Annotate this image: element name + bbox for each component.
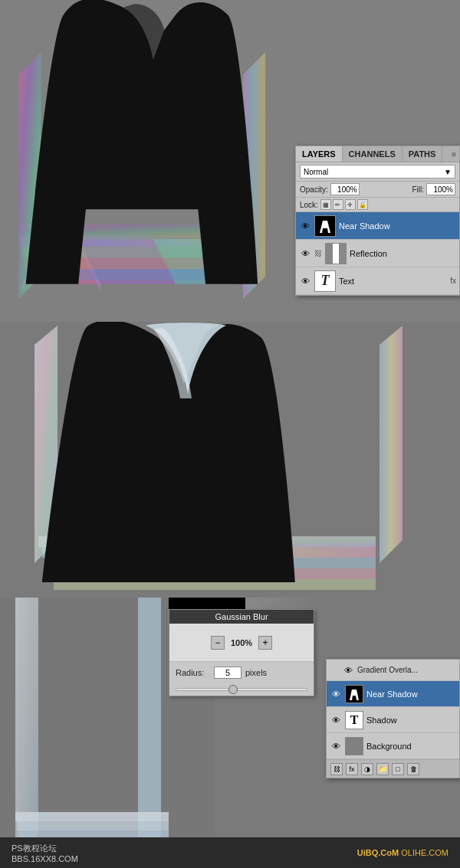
layers-panel-bottom: 👁 Gradient Overla... 👁 Near Shadow 👁 T S… [326,659,460,778]
blend-mode-dropdown[interactable]: Normal ▼ [300,165,455,179]
blur-slider-track [176,688,307,691]
svg-rect-17 [15,812,169,821]
watermark-line2: BBS.16XX8.COM [12,854,78,863]
adjustment-icon[interactable]: ◑ [361,763,373,775]
layer-eye-shadow[interactable]: 👁 [330,714,342,726]
blur-radius-unit: pixels [245,668,267,677]
svg-marker-13 [380,326,402,563]
svg-rect-18 [17,821,169,830]
layer-name-text: Text [339,277,447,286]
watermark-right: UiBQ.CoM OLIHE.COM [357,848,449,857]
layer-row-background[interactable]: 👁 Background [327,733,459,759]
layer-row-reflection[interactable]: 👁 ⛓ Reflection [296,240,459,267]
panel-footer: ⛓ fx ◑ 📁 □ 🗑 [327,759,459,778]
fill-label: Fill: [412,185,424,194]
blend-mode-row: Normal ▼ [296,162,459,182]
layer-row-text[interactable]: 👁 T Text fx [296,267,459,295]
fx-icon[interactable]: fx [346,763,358,775]
tab-channels[interactable]: CHANNELS [343,146,402,162]
blur-radius-input[interactable] [214,667,242,679]
layer-link-reflection: ⛓ [314,249,322,257]
group-icon[interactable]: 📁 [376,763,389,775]
fx-badge-text: fx [450,277,456,285]
lock-icons: ▦ ✏ ✛ 🔒 [320,199,368,210]
layer-row-near-shadow-bottom[interactable]: 👁 Near Shadow [327,681,459,707]
layer-eye-near-shadow[interactable]: 👁 [299,220,311,232]
zoom-value: 100% [231,638,252,647]
layer-eye-near-shadow-bottom[interactable]: 👁 [330,688,342,700]
blur-radius-label: Radius: [176,668,210,677]
section-top: LAYERS CHANNELS PATHS ≡ Normal ▼ Opacity… [0,0,460,322]
zoom-in-button[interactable]: + [258,636,272,650]
layer-eye-text[interactable]: 👁 [299,275,311,287]
lock-all-icon[interactable]: 🔒 [357,199,368,210]
layer-thumb-near-shadow-bottom [345,685,363,703]
blur-slider-row [169,686,314,696]
layer-name-shadow: Shadow [366,716,456,725]
layer-name-gradient-overlay: Gradient Overla... [357,666,418,674]
layer-eye-reflection[interactable]: 👁 [299,247,311,260]
watermark-bar: PS教程论坛 BBS.16XX8.COM UiBQ.CoM OLIHE.COM [0,837,460,868]
blur-slider-thumb[interactable] [228,685,238,694]
layer-name-near-shadow-bottom: Near Shadow [366,689,456,699]
lock-label: Lock: [300,201,318,209]
watermark-olihe: OLIHE.COM [401,848,449,857]
layer-row-shadow[interactable]: 👁 T Shadow [327,707,459,733]
layer-eye-background[interactable]: 👁 [330,740,342,752]
tab-layers[interactable]: LAYERS [296,146,343,162]
opacity-input[interactable] [330,183,360,195]
layer-thumb-near-shadow [314,215,336,237]
blur-options: Radius: pixels [169,662,314,686]
layer-name-near-shadow: Near Shadow [339,221,456,231]
section-bottom: Gaussian Blur − 100% + Radius: pixels 👁 … [0,598,460,868]
blur-radius-row: Radius: pixels [176,667,307,679]
blur-dialog-title: Gaussian Blur [169,610,314,624]
watermark-left: PS教程论坛 BBS.16XX8.COM [12,843,78,863]
layers-list: 👁 Near Shadow 👁 ⛓ Reflection 👁 T Text fx [296,212,459,295]
opacity-row: Opacity: Fill: [296,182,459,198]
layer-name-background: Background [366,742,456,751]
tab-paths[interactable]: PATHS [402,146,443,162]
fill-input[interactable] [426,183,455,195]
layer-thumb-background [345,737,363,755]
lock-paint-icon[interactable]: ✏ [333,199,343,210]
zoom-out-button[interactable]: − [211,636,225,650]
panel-tabs: LAYERS CHANNELS PATHS ≡ [296,146,459,162]
section-middle [0,322,460,598]
watermark-uibq: UiBQ.CoM [357,848,399,857]
layer-thumb-text: T [314,270,336,292]
layer-thumb-reflection [325,243,347,264]
new-layer-icon[interactable]: □ [392,763,404,775]
lock-row: Lock: ▦ ✏ ✛ 🔒 [296,198,459,212]
layer-row-near-shadow[interactable]: 👁 Near Shadow [296,212,459,240]
watermark-line1: PS教程论坛 [12,843,78,854]
layer-name-reflection: Reflection [350,249,456,258]
panel-menu-icon[interactable]: ≡ [449,149,459,160]
delete-icon[interactable]: 🗑 [407,763,419,775]
lock-transparent-icon[interactable]: ▦ [320,199,331,210]
layer-thumb-shadow: T [345,711,363,729]
opacity-label: Opacity: [300,185,328,194]
layers-panel-top: LAYERS CHANNELS PATHS ≡ Normal ▼ Opacity… [295,146,460,296]
link-icon[interactable]: ⛓ [330,763,343,775]
lock-move-icon[interactable]: ✛ [345,199,356,210]
gaussian-blur-dialog: Gaussian Blur − 100% + Radius: pixels [169,609,314,696]
layer-row-gradient-overlay[interactable]: 👁 Gradient Overla... [327,660,459,681]
layer-eye-gradient-overlay[interactable]: 👁 [342,664,354,676]
blur-zoom-row: − 100% + [169,624,314,662]
